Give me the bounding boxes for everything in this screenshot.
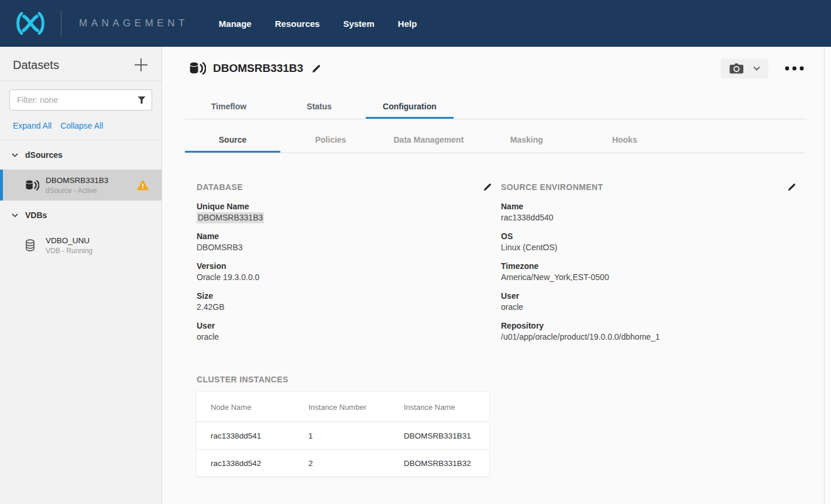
app-brand-label: MANAGEMENT [79, 18, 188, 29]
main-menu: Manage Resources System Help [219, 19, 417, 29]
dsource-icon [189, 61, 206, 76]
expand-all-link[interactable]: Expand All [13, 121, 51, 130]
database-section: DATABASE Unique Name DBOMSRB331B3 Name D… [197, 182, 492, 350]
field-value: oracle [197, 332, 492, 343]
field-os: OS Linux (CentOS) [501, 231, 796, 253]
more-actions-button[interactable] [782, 64, 806, 73]
field-value: 2.42GB [197, 302, 492, 313]
field-label: Size [197, 291, 492, 302]
ellipsis-icon [785, 66, 804, 71]
plus-icon [133, 57, 149, 73]
top-navbar: MANAGEMENT Manage Resources System Help [0, 0, 831, 47]
tab-timeflow[interactable]: Timeflow [185, 96, 273, 119]
field-value: DBOMSRB3 [197, 242, 492, 253]
sidebar-item-dbomsrb331b3[interactable]: DBOMSRB331B3 dSource - Active [0, 170, 162, 201]
vertical-scrollbar[interactable] [824, 47, 831, 504]
cell-node-name: rac1338dd542 [197, 450, 294, 477]
field-unique-name: Unique Name DBOMSRB331B3 [197, 201, 492, 223]
subtab-policies[interactable]: Policies [283, 119, 378, 153]
page-header: DBOMSRB331B3 [189, 58, 806, 78]
primary-tabs: Timeflow Status Configuration [185, 96, 806, 119]
group-label: dSources [25, 150, 63, 160]
group-label: VDBs [25, 210, 47, 220]
camera-icon [729, 63, 744, 74]
database-section-title: DATABASE [197, 182, 243, 192]
field-value: DBOMSRB331B3 [197, 212, 264, 223]
field-label: Unique Name [197, 201, 492, 212]
page-title: DBOMSRB331B3 [213, 62, 303, 75]
field-label: Name [501, 201, 796, 212]
cell-instance-number: 1 [294, 422, 390, 450]
subtab-hooks[interactable]: Hooks [577, 119, 672, 153]
field-value: /u01/app/oracle/product/19.0.0.0/dbhome_… [501, 332, 796, 343]
field-version: Version Oracle 19.3.0.0.0 [197, 261, 492, 283]
dsource-icon [25, 179, 41, 192]
field-env-user: User oracle [501, 291, 796, 313]
delphix-logo-icon [14, 11, 47, 36]
dataset-status: dSource - Active [46, 187, 137, 195]
cluster-instances-table: Node Name Instance Number Instance Name … [197, 392, 489, 477]
chevron-down-icon [753, 66, 760, 71]
cluster-instances-section: CLUSTER INSTANCES Node Name Instance Num… [197, 375, 489, 477]
edit-title-pencil-icon[interactable] [311, 64, 321, 74]
menu-resources[interactable]: Resources [275, 19, 320, 29]
field-label: User [197, 320, 492, 332]
filter-input[interactable] [9, 89, 152, 111]
snapshot-button[interactable] [721, 58, 768, 78]
dataset-name: DBOMSRB331B3 [46, 176, 137, 185]
collapse-all-link[interactable]: Collapse All [60, 121, 103, 130]
field-size: Size 2.42GB [197, 291, 492, 313]
group-dsources[interactable]: dSources [0, 140, 162, 170]
sidebar-title: Datasets [13, 58, 59, 72]
add-dataset-button[interactable] [133, 57, 149, 73]
source-environment-section: SOURCE ENVIRONMENT Name rac1338dd540 OS … [501, 182, 796, 350]
filter-funnel-icon[interactable] [138, 96, 146, 104]
field-env-name: Name rac1338dd540 [501, 201, 796, 223]
menu-manage[interactable]: Manage [219, 19, 252, 29]
source-environment-section-title: SOURCE ENVIRONMENT [501, 182, 603, 192]
group-vdbs[interactable]: VDBs [0, 201, 162, 230]
main-content: DBOMSRB331B3 [163, 47, 824, 504]
menu-system[interactable]: System [343, 19, 374, 29]
col-instance-number: Instance Number [294, 392, 390, 422]
table-row[interactable]: rac1338dd542 2 DBOMSRB331B32 [197, 450, 489, 477]
field-name: Name DBOMSRB3 [197, 231, 492, 253]
field-value: America/New_York,EST-0500 [501, 272, 796, 283]
col-instance-name: Instance Name [390, 392, 489, 422]
delphix-logo[interactable] [0, 11, 61, 36]
field-label: OS [501, 231, 796, 242]
subtab-data-management[interactable]: Data Management [381, 119, 476, 153]
sidebar-item-vdbo-unu[interactable]: VDBO_UNU VDB - Running [0, 230, 162, 261]
field-user: User oracle [197, 320, 492, 343]
dataset-status: VDB - Running [46, 247, 153, 255]
field-repository: Repository /u01/app/oracle/product/19.0.… [501, 320, 796, 343]
navbar-divider [61, 10, 61, 37]
field-label: Repository [501, 320, 796, 332]
datasets-sidebar: Datasets Expand All Collapse All dSource… [0, 47, 162, 504]
field-value: Oracle 19.3.0.0.0 [197, 272, 492, 283]
field-timezone: Timezone America/New_York,EST-0500 [501, 261, 796, 283]
field-label: User [501, 291, 796, 302]
menu-help[interactable]: Help [398, 19, 417, 29]
col-node-name: Node Name [197, 392, 294, 422]
configuration-subtabs: Source Policies Data Management Masking … [185, 119, 806, 153]
chevron-down-icon [12, 153, 18, 157]
table-row[interactable]: rac1338dd541 1 DBOMSRB331B31 [197, 422, 489, 450]
table-header-row: Node Name Instance Number Instance Name [197, 392, 489, 422]
field-value: Linux (CentOS) [501, 242, 796, 253]
cell-instance-number: 2 [294, 450, 390, 477]
tab-status[interactable]: Status [275, 96, 363, 119]
cell-node-name: rac1338dd541 [197, 422, 294, 450]
dataset-name: VDBO_UNU [46, 236, 153, 245]
edit-source-environment-pencil-icon[interactable] [787, 182, 796, 192]
cluster-instances-title: CLUSTER INSTANCES [197, 375, 489, 384]
field-label: Timezone [501, 261, 796, 272]
tab-configuration[interactable]: Configuration [366, 96, 454, 119]
warning-icon [137, 180, 149, 191]
edit-database-pencil-icon[interactable] [483, 182, 492, 192]
subtab-source[interactable]: Source [185, 119, 280, 153]
sidebar-divider [0, 81, 162, 81]
cell-instance-name: DBOMSRB331B31 [390, 422, 489, 450]
field-value: rac1338dd540 [501, 212, 796, 223]
subtab-masking[interactable]: Masking [479, 119, 574, 153]
